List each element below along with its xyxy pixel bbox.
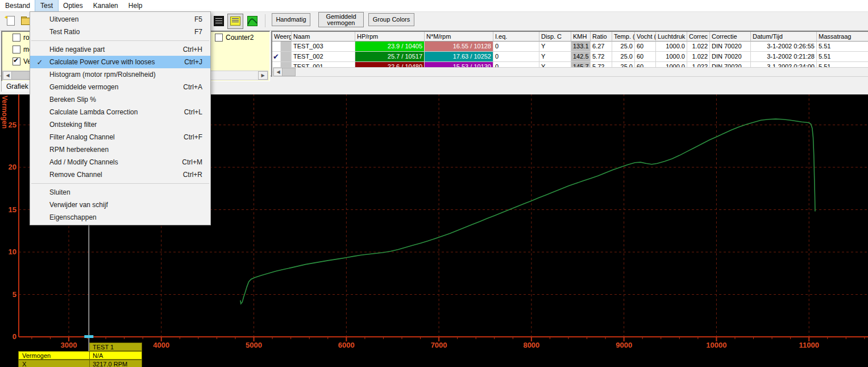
gemiddeld-vermogen-button[interactable]: Gemiddeld vermogen (318, 12, 364, 27)
menu-item-rpm-herberekenen[interactable]: RPM herberekenen (30, 143, 210, 156)
column-header-massatraag[interactable]: Massatraag (817, 32, 868, 42)
unchecked-checkbox-icon[interactable] (272, 42, 280, 51)
menu-item-verwijder-van-schijf[interactable]: Verwijder van schijf (30, 199, 210, 211)
x-tick-label: 8000 (523, 341, 539, 349)
menubar-item-test[interactable]: Test (35, 0, 58, 11)
report-icon[interactable] (211, 14, 227, 29)
x-tick-label: 11000 (799, 341, 819, 349)
cursor-info-label: X (18, 360, 89, 367)
menu-item-bereken-slip-[interactable]: Bereken Slip % (30, 93, 210, 106)
table-row-test_003[interactable]: TEST_00323.9 / 1040516.55 / 101280Y133.1… (272, 42, 868, 52)
x-tick-label: 10000 (706, 341, 726, 349)
menubar-item-kanalen[interactable]: Kanalen (88, 0, 123, 11)
cell: 23.9 / 10405 (355, 42, 425, 52)
menu-item-shortcut: F7 (194, 28, 210, 36)
column-header-correc[interactable]: Correc (687, 32, 710, 42)
column-header-naam[interactable]: Naam (292, 32, 355, 42)
menu-item-label: Calculate Lambda Correction (49, 108, 184, 116)
cell: 25.0 (612, 52, 635, 62)
menu-item-label: Hide negative part (49, 46, 183, 53)
menubar-item-bestand[interactable]: Bestand (0, 0, 35, 11)
y-axis-title: Vermogen (1, 96, 9, 129)
toolbar-separator (265, 14, 265, 27)
group-colors-button[interactable]: Group Colors (368, 13, 414, 26)
column-header-luchtdruk[interactable]: Luchtdruk (656, 32, 687, 42)
cursor-info-value: N/A (89, 351, 142, 360)
cell: 1.022 (687, 52, 710, 62)
dyno-app-window: { "menu_bar": { "items": [ {"label": "Be… (0, 0, 868, 367)
unchecked-checkbox-icon[interactable] (13, 46, 20, 53)
column-header-vocht-[interactable]: Vocht ( (635, 32, 656, 42)
menu-item-sluiten[interactable]: Sluiten (30, 186, 210, 199)
menu-item-ontsteking-filter[interactable]: Ontsteking filter (30, 118, 210, 131)
menubar-item-opties[interactable]: Opties (58, 0, 88, 11)
menu-item-shortcut: Ctrl+A (183, 83, 210, 91)
runs-table-header[interactable]: WeergaNaamHP/rpmN*M/rpmI.eq.Disp. CKMHRa… (272, 32, 868, 42)
cell: DIN 70020 (710, 52, 751, 62)
menu-item-label: Gemiddelde vermogen (49, 83, 183, 91)
handmatig-button[interactable]: Handmatig (272, 13, 310, 26)
y-tick-label: 25 (9, 121, 16, 129)
column-header-disp-c[interactable]: Disp. C (539, 32, 571, 42)
y-tick-label: 15 (9, 205, 16, 214)
y-tick-label: 0 (13, 332, 16, 341)
x-tick-label: 6000 (338, 341, 355, 349)
column-header-ratio[interactable]: Ratio (591, 32, 612, 42)
menubar-item-help[interactable]: Help (123, 0, 148, 11)
menu-separator (31, 183, 209, 184)
menu-item-label: Calculate Power Curve with looses (49, 58, 184, 66)
scroll-right-icon[interactable]: ▶ (258, 71, 268, 80)
column-header-temp-[interactable]: Temp. ( (612, 32, 635, 42)
unchecked-checkbox-icon[interactable] (215, 34, 223, 42)
cursor-info-value: 3217.0 RPM (89, 360, 142, 367)
menu-item-add-modify-channels[interactable]: Add / Modify ChannelsCtrl+M (30, 156, 210, 168)
menu-item-calculate-lambda-correction[interactable]: Calculate Lambda CorrectionCtrl+L (30, 106, 210, 118)
channel-checkbox-counter2[interactable]: Counter2 (215, 34, 254, 42)
menu-item-gemiddelde-vermogen[interactable]: Gemiddelde vermogenCtrl+A (30, 81, 210, 93)
cell: 6.27 (591, 42, 612, 52)
table-scrollbar[interactable]: ◀ (273, 67, 868, 77)
menu-bar: BestandTestOptiesKanalenHelp (0, 0, 868, 12)
cursor-test-name: TEST 1 (89, 343, 142, 351)
menu-item-test-ratio[interactable]: Test RatioF7 (30, 26, 210, 38)
row-color-swatch (280, 52, 291, 61)
column-header-correctie[interactable]: Correctie (710, 32, 751, 42)
menu-item-histogram-motor-rpm-rolsnelheid-[interactable]: Histogram (motor rpm/Rolsnelheid) (30, 68, 210, 81)
cell: 3-1-2002 0:26:55 (751, 42, 817, 52)
table-row-test_002[interactable]: TEST_00225.7 / 1051717.63 / 102520Y142.5… (272, 52, 868, 62)
notes-icon[interactable] (227, 14, 243, 29)
x-tick-label: 7000 (431, 341, 447, 349)
column-header-n-m-rpm[interactable]: N*M/rpm (425, 32, 493, 42)
column-header-datum-tijd[interactable]: Datum/Tijd (751, 32, 817, 42)
menu-item-hide-negative-part[interactable]: Hide negative partCtrl+H (30, 43, 210, 56)
row-visibility-checkbox[interactable] (272, 52, 292, 62)
column-header-kmh[interactable]: KMH (571, 32, 591, 42)
column-header-i-eq-[interactable]: I.eq. (493, 32, 539, 42)
menu-item-eigenschappen[interactable]: Eigenschappen (30, 211, 210, 224)
x-tick-label: 4000 (153, 341, 169, 349)
cell: 142.5 (571, 52, 591, 62)
cell: TEST_002 (292, 52, 355, 62)
channel-label: Counter2 (226, 34, 254, 42)
menu-item-shortcut: F5 (194, 15, 210, 23)
unchecked-checkbox-icon[interactable] (13, 34, 20, 42)
new-file-icon[interactable]: ✦ (2, 14, 18, 29)
y-tick-label: 5 (13, 290, 16, 299)
cursor-info-panel: TEST 1 VermogenN/AX3217.0 RPM (18, 343, 142, 367)
menu-item-shortcut: Ctrl+R (183, 171, 210, 179)
cursor-info-label: Vermogen (18, 351, 89, 360)
column-header-hp-rpm[interactable]: HP/rpm (355, 32, 425, 42)
menu-item-label: Test Ratio (49, 28, 194, 36)
column-header-weerga[interactable]: Weerga (272, 32, 292, 42)
menu-item-uitvoeren[interactable]: UitvoerenF5 (30, 13, 210, 26)
row-visibility-checkbox[interactable] (272, 42, 292, 52)
menu-item-calculate-power-curve-with-looses[interactable]: ✓Calculate Power Curve with loosesCtrl+J (30, 56, 210, 68)
menu-item-remove-channel[interactable]: Remove ChannelCtrl+R (30, 168, 210, 181)
graph-icon[interactable] (244, 14, 260, 29)
cell: TEST_003 (292, 42, 355, 52)
checked-checkbox-icon[interactable] (13, 57, 20, 65)
checked-checkbox-icon[interactable] (272, 52, 280, 61)
menu-item-label: Remove Channel (49, 171, 183, 179)
menu-item-label: Filter Analog Channel (49, 133, 184, 141)
menu-item-filter-analog-channel[interactable]: Filter Analog ChannelCtrl+F (30, 131, 210, 143)
